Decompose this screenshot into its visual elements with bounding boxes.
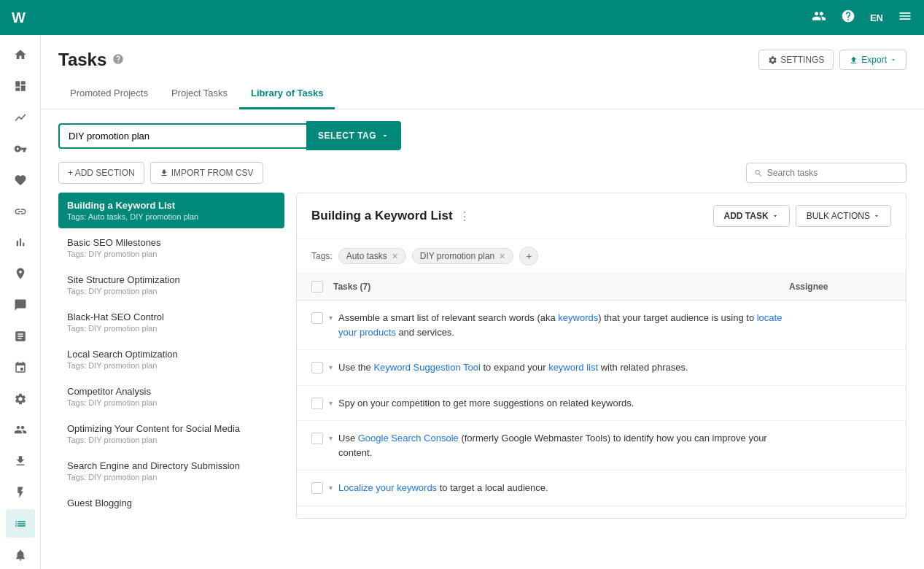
section-item-social-media[interactable]: Optimizing Your Content for Social Media…	[58, 416, 284, 452]
top-nav-right: EN	[812, 9, 912, 26]
task-2-expand-icon[interactable]: ▾	[329, 363, 333, 371]
sidebar-tasks-icon[interactable]	[6, 509, 35, 538]
task-4-link[interactable]: Google Search Console	[358, 433, 459, 444]
task-1-link-keywords[interactable]: keywords	[558, 312, 598, 323]
section-item-building-keyword[interactable]: Building a Keyword List Tags: Auto tasks…	[58, 193, 284, 228]
sidebar-bell-icon[interactable]	[6, 541, 35, 569]
settings-button[interactable]: SETTINGS	[758, 50, 834, 70]
section-item-directory[interactable]: Search Engine and Directory Submission T…	[58, 453, 284, 489]
header-checkbox-col	[311, 281, 333, 293]
sidebar-bar-chart-icon[interactable]	[6, 228, 35, 257]
export-button[interactable]: Export	[839, 50, 906, 70]
sidebar-link-icon[interactable]	[6, 197, 35, 225]
section-title: Competitor Analysis	[67, 386, 276, 397]
task-1-text: Assemble a smart list of relevant search…	[338, 311, 783, 339]
help-icon[interactable]	[841, 9, 855, 26]
task-4-text: Use Google Search Console (formerly Goog…	[338, 431, 783, 460]
task-4-expand-icon[interactable]: ▾	[329, 434, 333, 442]
select-tag-button[interactable]: SELECT TAG	[306, 121, 401, 150]
users-icon[interactable]	[812, 9, 826, 26]
section-tags: Tags: DIY promotion plan	[67, 324, 276, 333]
sidebar-chart-icon[interactable]	[6, 104, 35, 132]
task-5-expand-icon[interactable]: ▾	[329, 484, 333, 492]
section-item-guest-blogging[interactable]: Guest Blogging	[58, 490, 284, 517]
sidebar-calendar-icon[interactable]	[6, 353, 35, 382]
app-logo: W	[12, 9, 26, 26]
table-header: Tasks (7) Assignee	[297, 274, 906, 301]
tab-project-tasks[interactable]: Project Tasks	[160, 79, 239, 109]
section-title: Local Search Optimization	[67, 349, 276, 360]
sidebar-report-icon[interactable]	[6, 322, 35, 350]
section-title: Black-Hat SEO Control	[67, 311, 276, 322]
page-title: Tasks	[58, 50, 106, 70]
remove-tag-diy[interactable]: ✕	[499, 252, 505, 261]
sidebar-settings-icon[interactable]	[6, 384, 35, 413]
search-tasks-input[interactable]	[767, 168, 898, 178]
task-5-checkbox[interactable]	[311, 482, 323, 494]
task-panel-title: Building a Keyword List	[311, 209, 453, 223]
remove-tag-auto-tasks[interactable]: ✕	[392, 252, 398, 261]
section-item-local-search[interactable]: Local Search Optimization Tags: DIY prom…	[58, 341, 284, 377]
task-3-checkbox[interactable]	[311, 398, 323, 409]
bulk-actions-button[interactable]: BULK ACTIONS	[796, 205, 891, 227]
filter-bar: SELECT TAG	[41, 109, 924, 162]
task-2-link[interactable]: Keyword Suggestion Tool	[373, 362, 480, 373]
section-tags: Tags: DIY promotion plan	[67, 398, 276, 407]
task-panel: Building a Keyword List ⋮ ADD TASK BULK …	[296, 193, 906, 519]
task-2-text: Use the Keyword Suggestion Tool to expan…	[338, 360, 783, 375]
section-tags: Tags: DIY promotion plan	[67, 249, 276, 258]
help-circle-icon[interactable]	[112, 53, 124, 67]
task-1-checkbox[interactable]	[311, 312, 323, 324]
section-item-blackhat-seo[interactable]: Black-Hat SEO Control Tags: DIY promotio…	[58, 304, 284, 340]
tag-chip-diy: DIY promotion plan ✕	[412, 248, 514, 264]
tag-chip-auto-tasks: Auto tasks ✕	[338, 248, 406, 264]
main-layout: Tasks SETTINGS Export Promoted Projects	[0, 35, 924, 569]
sidebar-key-icon[interactable]	[6, 134, 35, 163]
sidebar-chat-icon[interactable]	[6, 291, 35, 320]
task-panel-title-row: Building a Keyword List ⋮	[311, 209, 470, 223]
sidebar-heart-icon[interactable]	[6, 166, 35, 194]
task-3-expand-icon[interactable]: ▾	[329, 399, 333, 407]
sidebar-bolt-icon[interactable]	[6, 479, 35, 507]
task-4-checkbox[interactable]	[311, 433, 323, 444]
import-csv-button[interactable]: IMPORT FROM CSV	[150, 162, 263, 184]
sidebar-people-icon[interactable]	[6, 416, 35, 444]
sidebar-upload-icon[interactable]	[6, 447, 35, 476]
tag-filter-input[interactable]	[58, 123, 306, 149]
toolbar: + ADD SECTION IMPORT FROM CSV	[41, 162, 924, 193]
section-item-basic-seo[interactable]: Basic SEO Milestones Tags: DIY promotion…	[58, 230, 284, 266]
tasks-column-header: Tasks (7)	[333, 282, 789, 292]
sidebar-home-icon[interactable]	[6, 41, 35, 69]
sidebar-location-icon[interactable]	[6, 260, 35, 288]
page-title-row: Tasks	[58, 50, 124, 70]
panels: Building a Keyword List Tags: Auto tasks…	[41, 193, 924, 519]
section-tags: Tags: DIY promotion plan	[67, 361, 276, 370]
add-task-button[interactable]: ADD TASK	[713, 205, 790, 227]
section-tags: Tags: DIY promotion plan	[67, 436, 276, 444]
sidebar-dashboard-icon[interactable]	[6, 72, 35, 101]
language-label[interactable]: EN	[870, 12, 883, 23]
search-icon	[754, 169, 763, 178]
task-2-link2[interactable]: keyword list	[548, 362, 598, 373]
task-5-text: Localize your keywords to target a local…	[338, 481, 783, 495]
task-row: ▾ Assemble a smart list of relevant sear…	[297, 301, 906, 350]
task-5-link[interactable]: Localize your keywords	[338, 482, 437, 493]
section-item-competitor[interactable]: Competitor Analysis Tags: DIY promotion …	[58, 379, 284, 414]
section-tags: Tags: DIY promotion plan	[67, 473, 276, 481]
task-panel-actions: ADD TASK BULK ACTIONS	[713, 205, 891, 227]
section-title: Site Structure Optimization	[67, 274, 276, 285]
add-section-button[interactable]: + ADD SECTION	[58, 162, 144, 184]
tab-library-of-tasks[interactable]: Library of Tasks	[239, 79, 335, 109]
more-options-icon[interactable]: ⋮	[459, 209, 470, 223]
section-tags: Tags: Auto tasks, DIY promotion plan	[67, 212, 276, 221]
add-tag-button[interactable]: +	[519, 247, 538, 266]
section-item-site-structure[interactable]: Site Structure Optimization Tags: DIY pr…	[58, 267, 284, 303]
select-all-checkbox[interactable]	[311, 281, 323, 293]
tags-label: Tags:	[311, 251, 333, 261]
tags-row: Tags: Auto tasks ✕ DIY promotion plan ✕ …	[297, 239, 906, 274]
task-3-text: Spy on your competition to get more sugg…	[338, 396, 783, 411]
task-1-expand-icon[interactable]: ▾	[329, 314, 333, 322]
task-2-checkbox[interactable]	[311, 362, 323, 373]
tab-promoted-projects[interactable]: Promoted Projects	[58, 79, 160, 109]
menu-icon[interactable]	[898, 9, 912, 26]
